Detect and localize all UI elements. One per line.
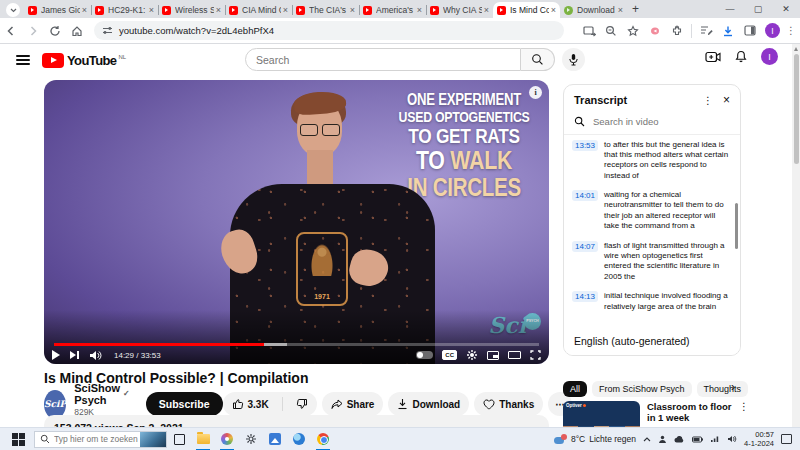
settings-gear-icon[interactable] (239, 428, 263, 450)
browser-profile-avatar[interactable]: I (765, 23, 780, 38)
transcript-search-input[interactable] (593, 116, 703, 127)
tab-close-icon[interactable]: × (484, 6, 489, 15)
onedrive-tray-icon[interactable] (674, 436, 685, 443)
account-avatar[interactable]: I (761, 48, 778, 65)
back-icon[interactable] (0, 20, 22, 42)
paint-app-icon[interactable] (215, 428, 239, 450)
scrollbar-thumb[interactable] (794, 54, 799, 164)
chip-from-channel[interactable]: From SciShow Psych (592, 381, 692, 397)
address-bar[interactable]: youtube.com/watch?v=2dL4ebhPfX4 (94, 21, 564, 40)
transcript-segment[interactable]: 14:07flash of light transmitted through … (564, 236, 740, 287)
chips-more-icon[interactable]: › (731, 380, 735, 394)
video-player[interactable]: ONE EXPERIMENT USED OPTOGENETICS TO GET … (44, 80, 549, 364)
task-view-button[interactable] (167, 428, 191, 450)
browser-tab[interactable]: Why CIA Star× (426, 2, 493, 18)
window-close-button[interactable]: ✕ (772, 0, 800, 18)
ad-menu-icon[interactable]: ⋮ (739, 401, 749, 427)
site-settings-icon[interactable] (102, 25, 113, 36)
theater-mode-icon[interactable] (508, 351, 521, 359)
reload-icon[interactable] (44, 20, 66, 42)
description-box[interactable]: 153,072 views Sep 2, 2021 (44, 415, 549, 427)
dislike-button[interactable] (287, 392, 317, 416)
play-button[interactable] (52, 350, 60, 360)
autoplay-toggle[interactable] (416, 351, 433, 359)
save-page-icon[interactable] (578, 20, 600, 42)
battery-tray-icon[interactable] (692, 436, 703, 443)
settings-gear-icon[interactable] (466, 349, 478, 361)
extension-adblock-icon[interactable] (644, 20, 666, 42)
edge-browser-icon[interactable] (287, 428, 311, 450)
volume-tray-icon[interactable] (727, 435, 737, 443)
captions-button[interactable]: CC (442, 350, 457, 360)
tab-close-icon[interactable]: × (82, 6, 87, 15)
create-video-icon[interactable] (705, 51, 721, 63)
side-panel-icon[interactable] (739, 20, 761, 42)
teams-tray-icon[interactable] (658, 435, 667, 444)
tab-close-icon[interactable]: × (551, 6, 556, 15)
photos-app-icon[interactable] (263, 428, 287, 450)
tab-close-icon[interactable]: × (216, 6, 221, 15)
scroll-up-icon[interactable] (794, 47, 798, 51)
youtube-search-input[interactable] (256, 54, 520, 66)
browser-tab[interactable]: The CIA's TO× (292, 2, 359, 18)
chip-thoughts[interactable]: Thoughts (697, 381, 749, 397)
transcript-menu-icon[interactable]: ⋮ (703, 95, 713, 106)
new-tab-button[interactable]: + (632, 2, 639, 16)
browser-tab[interactable]: America's Bo× (359, 2, 426, 18)
notifications-bell-icon[interactable] (735, 50, 747, 63)
start-button[interactable] (12, 433, 25, 446)
ad-title[interactable]: Classroom to floor in 1 week (647, 401, 732, 424)
ad-thumbnail[interactable]: Optiver (563, 401, 640, 427)
window-minimize-button[interactable]: — (716, 0, 744, 18)
window-maximize-button[interactable]: ▢ (744, 0, 772, 18)
browser-menu-icon[interactable]: ⋮ (784, 20, 798, 42)
transcript-language[interactable]: English (auto-generated) (564, 329, 740, 355)
bookmark-star-icon[interactable] (622, 20, 644, 42)
chrome-browser-icon[interactable] (311, 428, 335, 450)
tab-close-icon[interactable]: × (417, 6, 422, 15)
fullscreen-icon[interactable] (530, 350, 541, 360)
action-center-icon[interactable] (781, 434, 792, 444)
network-tray-icon[interactable] (710, 435, 720, 443)
share-button[interactable]: Share (322, 392, 384, 416)
taskbar-search-box[interactable] (34, 431, 167, 448)
browser-tab[interactable]: HC29-K1: The× (91, 2, 158, 18)
menu-hamburger-icon[interactable] (16, 55, 30, 65)
like-button[interactable]: 3.3K (223, 392, 278, 416)
tab-close-icon[interactable]: × (149, 6, 154, 15)
youtube-logo[interactable]: YouTube NL (42, 53, 126, 68)
tab-close-icon[interactable]: × (283, 6, 288, 15)
home-icon[interactable] (66, 20, 88, 42)
tab-close-icon[interactable]: × (350, 6, 355, 15)
browser-tab[interactable]: Download Yo× (560, 2, 627, 18)
video-info-icon[interactable]: i (529, 86, 542, 99)
ad-item[interactable]: Optiver Classroom to floor in 1 week STE… (563, 401, 749, 427)
transcript-close-icon[interactable]: × (723, 93, 730, 107)
next-button[interactable] (70, 351, 79, 359)
transcript-scrollbar[interactable] (735, 203, 738, 249)
miniplayer-icon[interactable] (487, 351, 499, 360)
subscribe-button[interactable]: Subscribe (146, 392, 223, 416)
transcript-segment[interactable]: 14:13initial technique involved flooding… (564, 287, 740, 311)
extensions-puzzle-icon[interactable] (666, 20, 688, 42)
taskbar-search-input[interactable] (54, 434, 140, 444)
downloads-icon[interactable] (717, 20, 739, 42)
weather-widget[interactable]: 8°C Lichte regen (554, 434, 636, 445)
page-scrollbar[interactable] (792, 44, 800, 427)
browser-tab[interactable]: James Giorda× (24, 2, 91, 18)
browser-tab[interactable]: Wireless Syst× (158, 2, 225, 18)
volume-icon[interactable] (89, 350, 102, 361)
download-button[interactable]: Download (388, 392, 469, 416)
chevron-down-icon[interactable] (6, 3, 20, 17)
tab-close-icon[interactable]: × (618, 6, 623, 15)
browser-tab-active[interactable]: Is Mind Cont× (493, 2, 560, 18)
transcript-segment[interactable]: 14:01waiting for a chemical neurotransmi… (564, 186, 740, 237)
transcript-segment[interactable]: 13:53to after this but the general idea … (564, 135, 740, 186)
youtube-search-box[interactable] (245, 48, 521, 71)
file-explorer-icon[interactable] (191, 428, 215, 450)
voice-search-button[interactable] (562, 48, 585, 71)
browser-tab[interactable]: CIA Mind Co× (225, 2, 292, 18)
forward-icon[interactable] (22, 20, 44, 42)
taskbar-clock[interactable]: 00:57 4-1-2024 (744, 430, 774, 449)
youtube-search-button[interactable] (521, 48, 555, 71)
